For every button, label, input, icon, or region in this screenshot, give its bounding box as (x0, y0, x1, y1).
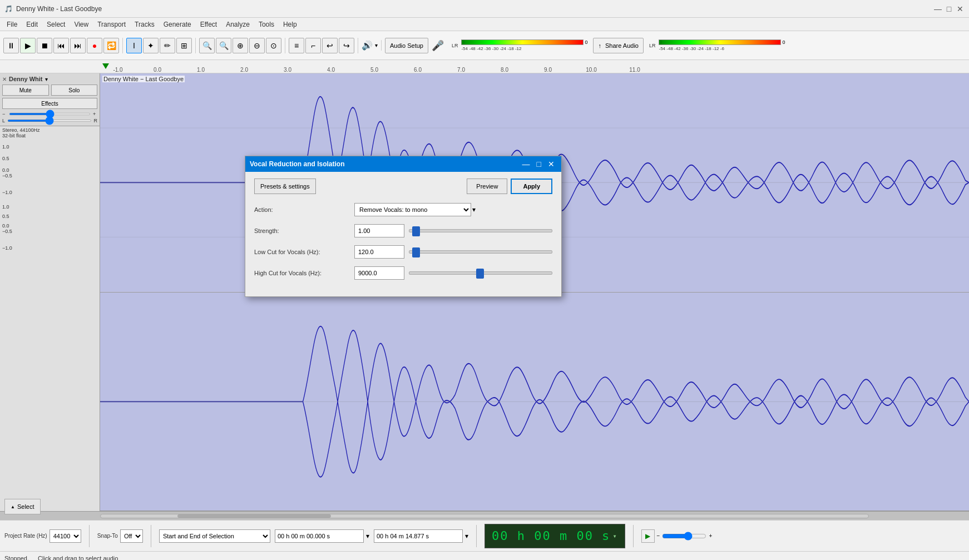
toolbar: ⏸ ▶ ⏹ ⏮ ⏭ ● 🔁 I ✦ ✏ ⊞ 🔍 🔍 ⊕ ⊖ ⊙ ≡ ⌐ ↩ ↪ … (0, 31, 969, 60)
time-end-input[interactable] (374, 529, 463, 543)
selection-tool-button[interactable]: I (126, 38, 142, 53)
action-field-row: Action: Remove Vocals: to mono Isolate V… (254, 203, 552, 216)
effects-button[interactable]: Effects (2, 98, 97, 109)
menu-effect[interactable]: Effect (196, 18, 221, 31)
share-audio-button[interactable]: ↑ Share Audio (593, 38, 644, 53)
time-end-dropdown[interactable]: ▾ (465, 532, 468, 540)
track-close-button[interactable]: ✕ (2, 76, 7, 82)
y-label-n1.0-top: −1.0 (2, 190, 97, 195)
menu-bar: File Edit Select View Transport Tracks G… (0, 18, 969, 31)
audio-setup-button[interactable]: Audio Setup (385, 38, 428, 53)
maximize-button[interactable]: □ (945, 4, 953, 13)
zoom-fit-button[interactable]: ⊕ (233, 38, 248, 53)
selection-mode-select[interactable]: Start and End of Selection (159, 529, 270, 543)
multitool-button[interactable]: ⊞ (176, 38, 192, 53)
solo-button[interactable]: Solo (51, 85, 98, 96)
menu-help[interactable]: Help (279, 18, 301, 31)
menu-view[interactable]: View (70, 18, 93, 31)
action-dropdown[interactable]: Remove Vocals: to mono Isolate Vocals Re… (354, 203, 471, 216)
menu-analyze[interactable]: Analyze (221, 18, 254, 31)
preview-button[interactable]: Preview (467, 179, 507, 194)
record-button[interactable]: ● (87, 38, 102, 53)
low-cut-slider-track[interactable] (409, 250, 552, 254)
skip-end-button[interactable]: ⏭ (70, 38, 86, 53)
pan-row: L R (2, 118, 97, 123)
play-button[interactable]: ▶ (20, 38, 36, 53)
action-dropdown-arrow[interactable]: ▾ (472, 206, 476, 214)
strength-slider-container (409, 229, 552, 232)
high-cut-slider-thumb[interactable] (476, 269, 484, 279)
time-start-dropdown[interactable]: ▾ (366, 532, 369, 540)
y-axis-labels-top2: −0.5 −1.0 (0, 173, 100, 195)
presets-settings-button[interactable]: Presets & settings (254, 179, 316, 194)
stop-button[interactable]: ⏹ (37, 38, 52, 53)
strength-slider-thumb[interactable] (412, 226, 420, 236)
apply-button[interactable]: Apply (511, 179, 552, 194)
snap-to-select[interactable]: Off (120, 529, 143, 543)
zoom-group: 🔍 🔍 ⊕ ⊖ ⊙ (199, 38, 285, 53)
low-cut-slider-thumb[interactable] (412, 247, 420, 257)
high-cut-input[interactable] (354, 266, 404, 280)
track-dropdown-arrow[interactable]: ▾ (45, 76, 48, 82)
dialog-maximize-button[interactable]: □ (535, 160, 543, 169)
menu-transport[interactable]: Transport (93, 18, 130, 31)
high-cut-slider-track[interactable] (409, 271, 552, 275)
edit-btn-1[interactable]: ≡ (289, 38, 304, 53)
redo-button[interactable]: ↪ (339, 38, 354, 53)
menu-edit[interactable]: Edit (22, 18, 42, 31)
volume-dropdown-arrow[interactable]: ▾ (375, 42, 378, 48)
loop-button[interactable]: 🔁 (103, 38, 119, 53)
pan-slider[interactable] (7, 120, 91, 122)
time-display-dropdown[interactable]: ▾ (612, 532, 617, 540)
dialog-minimize-button[interactable]: — (520, 160, 532, 169)
pb-play-button[interactable]: ▶ (641, 529, 655, 543)
strength-input[interactable] (354, 224, 404, 237)
menu-tracks[interactable]: Tracks (130, 18, 159, 31)
select-button[interactable]: ▲ Select (4, 499, 41, 514)
scrollbar-track[interactable] (100, 514, 869, 518)
y-label-0.5-top: 0.5 (2, 156, 97, 161)
menu-tools[interactable]: Tools (254, 18, 279, 31)
zoom-out-button[interactable]: 🔍 (216, 38, 231, 53)
volume-slider-bottom[interactable] (662, 532, 706, 541)
pause-button[interactable]: ⏸ (3, 38, 19, 53)
close-button[interactable]: ✕ (956, 4, 965, 13)
time-start-input[interactable] (275, 529, 364, 543)
minimize-button[interactable]: — (933, 4, 942, 13)
divider-4 (633, 525, 634, 547)
y-label-0.5-bottom: 0.5 (2, 214, 97, 219)
skip-start-button[interactable]: ⏮ (53, 38, 69, 53)
undo-button[interactable]: ↩ (322, 38, 338, 53)
track-info-line1: Stereo, 44100Hz (2, 127, 97, 133)
selection-mode-section: Start and End of Selection (159, 529, 270, 543)
menu-file[interactable]: File (2, 18, 22, 31)
track-row-bottom[interactable] (100, 293, 969, 512)
vu-meter-bottom: LR 0 -54 -48 -42 -36 -30 -24 -18 -12 -6 (649, 39, 785, 51)
mute-button[interactable]: Mute (2, 85, 49, 96)
vu-meter-top: LR 0 -54 -48 -42 -36 -30 -24 -18 -12 (452, 39, 588, 51)
project-rate-select[interactable]: 44100 (50, 529, 81, 543)
draw-tool-button[interactable]: ✏ (160, 38, 175, 53)
vocal-reduction-dialog[interactable]: Vocal Reduction and Isolation — □ ✕ Pres… (245, 156, 562, 297)
track-header: ✕ Denny Whit ▾ Mute Solo Effects − + L R (0, 73, 100, 126)
menu-generate[interactable]: Generate (159, 18, 196, 31)
low-cut-input[interactable] (354, 245, 404, 259)
envelope-tool-button[interactable]: ✦ (143, 38, 159, 53)
dialog-top-row: Presets & settings Preview Apply (254, 179, 552, 194)
scrollbar-thumb[interactable] (177, 514, 331, 518)
zoom-in-button[interactable]: 🔍 (199, 38, 215, 53)
dialog-close-button[interactable]: ✕ (546, 160, 557, 169)
action-label: Action: (254, 206, 354, 213)
strength-slider-track[interactable] (409, 229, 552, 232)
project-rate-section: Project Rate (Hz) 44100 (4, 529, 81, 543)
menu-select[interactable]: Select (42, 18, 70, 31)
horizontal-scrollbar[interactable] (0, 511, 969, 520)
zoom-full-button[interactable]: ⊙ (266, 38, 281, 53)
track-controls-panel: ✕ Denny Whit ▾ Mute Solo Effects − + L R… (0, 73, 100, 511)
gain-slider[interactable] (9, 113, 91, 115)
y-label-1.0-top: 1.0 (2, 144, 97, 150)
zoom-sel-button[interactable]: ⊖ (249, 38, 265, 53)
edit-btn-2[interactable]: ⌐ (305, 38, 321, 53)
low-cut-slider-container (409, 250, 552, 254)
y-axis-labels-bottom: 1.0 0.5 0.0 (0, 195, 100, 229)
